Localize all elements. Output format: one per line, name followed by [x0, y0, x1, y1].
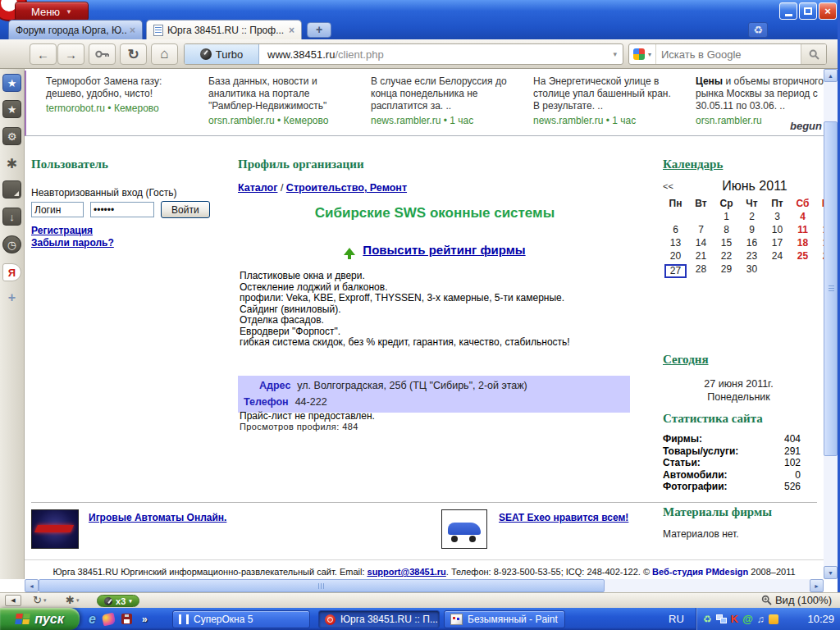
- tab-close-icon[interactable]: ×: [130, 25, 135, 36]
- new-tab-button[interactable]: +: [307, 22, 331, 38]
- key-icon: [95, 50, 110, 58]
- opera-icon: [325, 614, 336, 625]
- banner-image-slots[interactable]: [31, 509, 79, 549]
- opera-menu-button[interactable]: Меню ▼: [15, 2, 89, 21]
- start-button[interactable]: пуск: [0, 608, 80, 630]
- history-clock-icon[interactable]: ◷: [2, 235, 21, 253]
- downloads-icon[interactable]: ↓: [2, 208, 21, 226]
- search-input[interactable]: [656, 48, 801, 61]
- panel-toggle-button[interactable]: ◀: [5, 595, 21, 606]
- taskbar-button-paint[interactable]: Безымянный - Paint: [444, 610, 565, 628]
- ad-link[interactable]: news.rambler.ru • 1 час: [371, 115, 512, 127]
- tray-recycle-icon[interactable]: ♻: [703, 614, 712, 624]
- tab-close-icon[interactable]: ×: [289, 25, 294, 36]
- phone-value: 44-222: [295, 396, 327, 408]
- auth-status-text: Неавторизованный вход (Гость): [31, 187, 233, 199]
- floppy-icon[interactable]: [121, 614, 132, 624]
- banner-link-slots[interactable]: Игровые Автоматы Онлайн.: [89, 512, 226, 523]
- register-link[interactable]: Регистрация: [31, 225, 233, 237]
- calendar-link[interactable]: Календарь: [663, 158, 824, 171]
- tray-kaspersky-icon[interactable]: K: [731, 614, 738, 624]
- ad-item[interactable]: На Энергетической улице в столице упал б…: [533, 75, 674, 135]
- calendar-prev-button[interactable]: <<: [663, 181, 684, 191]
- zoom-icon: [761, 595, 772, 605]
- ad-item[interactable]: База данных, новости и аналитика на порт…: [208, 75, 349, 135]
- banner-image-seat[interactable]: [441, 509, 487, 549]
- vertical-scrollbar[interactable]: ▲ ▼: [824, 69, 838, 579]
- system-tray: ♻ K @ ♫ 10:29: [696, 608, 840, 630]
- password-input[interactable]: [90, 202, 154, 217]
- calendar-today-cell[interactable]: 27: [663, 262, 688, 278]
- search-go-button[interactable]: [801, 44, 826, 64]
- site-stats: Фирмы:404 Товары/услуги:291 Статьи:102 А…: [663, 433, 801, 493]
- tab-forum[interactable]: Форум города Юрга, Ю... ×: [8, 20, 143, 39]
- ad-link[interactable]: termorobot.ru • Кемерово: [46, 103, 187, 115]
- yandex-icon[interactable]: Я: [2, 263, 21, 281]
- tray-volume-icon[interactable]: ♫: [757, 614, 765, 624]
- ad-link[interactable]: orsn.rambler.ru • Кемерово: [208, 115, 349, 127]
- notes-icon[interactable]: [2, 180, 21, 199]
- language-indicator[interactable]: RU: [669, 608, 684, 630]
- add-panel-icon[interactable]: +: [2, 289, 21, 307]
- tray-network-icon[interactable]: [716, 614, 727, 623]
- reload-button[interactable]: ↻: [120, 43, 147, 65]
- opera-unite-icon[interactable]: ✱▾: [66, 594, 79, 606]
- footer-email-link[interactable]: support@38451.ru: [368, 567, 446, 577]
- scroll-left-icon[interactable]: ◄: [25, 579, 39, 592]
- turbo-toggle-button[interactable]: x3 ▾: [97, 595, 139, 607]
- raise-rating-link[interactable]: Повысить рейтинг фирмы: [363, 243, 525, 257]
- taskbar-clock[interactable]: 10:29: [807, 613, 834, 625]
- opera-link-sync-icon[interactable]: ↻▾: [33, 594, 46, 606]
- calendar-week: 27282930: [663, 262, 824, 278]
- address-dropdown-icon[interactable]: ▾: [613, 50, 617, 58]
- unite-fan-icon[interactable]: ✱: [2, 154, 21, 172]
- close-button[interactable]: ×: [819, 2, 837, 20]
- chevron-down-icon: ▼: [66, 8, 72, 16]
- horizontal-scroll-thumb[interactable]: [39, 579, 605, 592]
- taskbar-button-opera[interactable]: Юрга 38451.RU :: П...: [318, 610, 440, 628]
- maximize-button[interactable]: [799, 2, 817, 20]
- forgot-password-link[interactable]: Забыли пароль?: [31, 237, 233, 249]
- horizontal-scrollbar[interactable]: ◄ ►: [25, 579, 824, 592]
- today-link[interactable]: Сегодня: [663, 353, 709, 367]
- quick-launch-overflow-icon[interactable]: »: [142, 614, 148, 625]
- banner-link-seat[interactable]: SEAT Exeo нравится всем!: [499, 512, 628, 523]
- ad-item[interactable]: В случае если Белоруссия до конца понеде…: [371, 75, 512, 135]
- scroll-right-icon[interactable]: ►: [810, 579, 824, 592]
- ie-icon[interactable]: e: [89, 612, 96, 627]
- bookmarks-icon[interactable]: ★: [2, 100, 21, 118]
- contact-box: Адресул. Волгоградская, 25б (ТЦ "Сибирь"…: [238, 376, 630, 413]
- tab-title: Форум города Юрга, Ю...: [16, 25, 126, 36]
- vertical-scroll-thumb[interactable]: [824, 121, 838, 456]
- back-button[interactable]: ←: [30, 43, 57, 65]
- butterfly-icon[interactable]: [102, 612, 116, 626]
- scroll-up-icon[interactable]: ▲: [824, 69, 838, 82]
- taskbar-button-superokna[interactable]: СуперОкна 5: [172, 610, 310, 628]
- login-button[interactable]: Войти: [161, 201, 210, 218]
- tray-qip-icon[interactable]: [769, 614, 778, 624]
- breadcrumb-catalog-link[interactable]: Каталог: [238, 182, 277, 194]
- forward-button[interactable]: →: [57, 43, 84, 65]
- ad-item[interactable]: Терморобот Замена газу: дешево, удобно, …: [46, 75, 187, 135]
- scroll-down-icon[interactable]: ▼: [824, 566, 838, 579]
- breadcrumb-category-link[interactable]: Строительство, Ремонт: [286, 182, 407, 194]
- turbo-badge[interactable]: Turbo: [185, 44, 259, 64]
- ad-link[interactable]: news.rambler.ru • 1 час: [533, 115, 674, 127]
- tray-icq-icon[interactable]: @: [742, 614, 753, 624]
- home-button[interactable]: ⌂: [151, 43, 178, 65]
- zoom-control[interactable]: Вид (100%): [761, 594, 832, 606]
- turbo-gauge-icon: [200, 48, 212, 60]
- search-engine-selector[interactable]: ▾: [629, 44, 656, 64]
- minimize-button[interactable]: [779, 2, 797, 20]
- tab-profile[interactable]: Юрга 38451.RU :: Проф... ×: [146, 20, 302, 39]
- profile-views: Просмотров профиля: 484: [240, 422, 358, 431]
- price-note: Прайс-лист не предоставлен.: [240, 410, 375, 422]
- login-input[interactable]: [31, 202, 84, 217]
- key-button[interactable]: [89, 43, 116, 65]
- bookmarks-panel-icon[interactable]: ★: [2, 74, 21, 92]
- widgets-gear-icon[interactable]: ⚙: [2, 127, 21, 145]
- closed-tabs-trash-icon[interactable]: ♻: [748, 22, 768, 38]
- footer-studio-link[interactable]: Веб-студия PMdesign: [652, 567, 748, 577]
- address-bar[interactable]: Turbo www.38451.ru/client.php ▾: [184, 43, 623, 65]
- begun-logo[interactable]: begun: [790, 120, 822, 132]
